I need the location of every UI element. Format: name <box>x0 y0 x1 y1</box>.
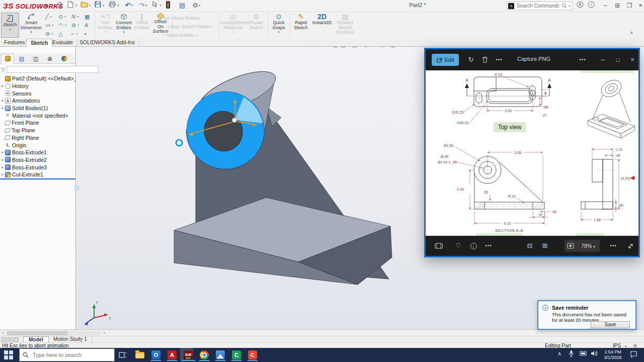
expand-arrow-icon[interactable]: ▸ <box>0 150 5 154</box>
capture-app-icon[interactable]: C <box>247 349 259 361</box>
tree-item-top-plane[interactable]: Top Plane <box>0 127 75 134</box>
photos-app-icon[interactable] <box>214 349 226 361</box>
tree-item-cut-extrude1[interactable]: ▸Cut-Extrude1 <box>0 171 75 178</box>
notification-center-icon[interactable] <box>630 351 637 357</box>
tree-item-boss-extrude2[interactable]: ▸Boss-Extrude2 <box>0 156 75 164</box>
camtasia-icon[interactable]: C <box>230 349 243 361</box>
overflow-toolbar-icon[interactable]: ••• <box>608 240 619 251</box>
sketch-point-marker[interactable] <box>176 140 182 146</box>
solidworks-taskbar-icon[interactable]: SW2025 <box>182 349 194 361</box>
rollback-bar[interactable] <box>0 178 75 179</box>
new-dropdown-icon[interactable]: ▾ <box>75 4 77 8</box>
acrobat-icon[interactable]: A <box>166 349 178 361</box>
help-icon[interactable]: ? <box>588 1 599 11</box>
task-pane-icon[interactable]: ▤ <box>177 1 187 10</box>
tree-item-boss-extrude3[interactable]: ▸Boss-Extrude3 <box>0 163 75 171</box>
convert-entities-button[interactable]: Convert Entities▾ <box>115 13 133 34</box>
photos-close-button[interactable]: × <box>626 54 638 66</box>
tab-display-manager-icon[interactable] <box>57 54 70 64</box>
tab-feature-tree-icon[interactable] <box>1 54 14 64</box>
tree-item-material[interactable]: ≡Material <not specified> <box>0 112 75 119</box>
scroll-right-icon[interactable]: › <box>101 330 107 336</box>
tree-item-front-plane[interactable]: Front Plane <box>0 119 75 127</box>
options-dropdown-icon[interactable]: ▾ <box>199 4 201 8</box>
microphone-icon[interactable] <box>569 350 574 357</box>
tab-evaluate[interactable]: Evaluate <box>48 39 77 47</box>
point-tool[interactable]: ▪ <box>83 30 96 39</box>
start-button[interactable] <box>4 350 13 359</box>
menu-expand-arrow[interactable]: ▶ <box>45 4 48 8</box>
print-dropdown-icon[interactable]: ▾ <box>117 4 119 8</box>
fillet-tool[interactable]: ⌐ ▾ <box>69 30 83 39</box>
collapse-ribbon-icon[interactable]: ∧ <box>630 30 633 35</box>
photos-image-content[interactable]: .geo{fill:none;stroke:#3f3f3f;stroke-wid… <box>426 70 638 236</box>
smart-dimension-button[interactable]: Smart Dimension ▾ <box>20 13 42 34</box>
tree-item-right-plane[interactable]: Right Plane <box>0 134 75 142</box>
close-button[interactable]: × <box>635 1 644 11</box>
select-dropdown-icon[interactable]: ▾ <box>159 4 162 8</box>
save-dropdown-icon[interactable]: ▾ <box>103 4 105 8</box>
sketch-origin-point[interactable] <box>232 118 237 123</box>
undo-dropdown-icon[interactable]: ▾ <box>131 4 133 8</box>
offset-entities-button[interactable]: ∥ Offset Entities <box>134 13 150 30</box>
file-info-icon[interactable]: i <box>468 240 479 251</box>
taskbar-search-input[interactable] <box>32 351 111 358</box>
redo-dropdown-icon[interactable]: ▾ <box>145 4 147 8</box>
tab-property-manager-icon[interactable]: ▤ <box>15 54 28 64</box>
scrollbar-thumb[interactable] <box>7 331 67 335</box>
panel-splitter-handle[interactable] <box>74 186 79 191</box>
display-delete-relations-button[interactable]: ◎ Display/Delete Relations▾ <box>220 13 246 34</box>
see-more-icon[interactable]: ••• <box>577 54 589 66</box>
rotate-image-icon[interactable]: ↻ <box>465 54 477 66</box>
command-search[interactable]: s ▾ <box>506 2 573 10</box>
network-icon[interactable] <box>580 351 587 356</box>
tree-item-solid-bodies[interactable]: ▸Solid Bodies(1) <box>0 105 75 112</box>
tree-filter[interactable]: ▽ <box>1 65 74 73</box>
search-dropdown-icon[interactable]: ▾ <box>569 4 571 8</box>
more-toolbar-icon[interactable]: ••• <box>483 240 494 251</box>
tray-chevron-icon[interactable]: ∧ <box>557 350 561 357</box>
expand-arrow-icon[interactable]: ▸ <box>0 106 5 110</box>
linear-sketch-pattern-button[interactable]: ∷Linear Sketch Pattern ▾ <box>163 23 215 31</box>
arc-tool[interactable]: ◠ ▾ <box>56 22 69 30</box>
tab-solidworks-add-ins[interactable]: SOLIDWORKS Add-Ins <box>75 39 139 47</box>
quick-snaps-button[interactable]: ⊙ Quick Snaps▾ <box>270 13 288 34</box>
zoom-level-control[interactable]: 78% ▾ <box>577 240 600 252</box>
mirror-entities-button[interactable]: ⊲⊳Mirror Entities <box>163 15 215 22</box>
tab-configuration-manager-icon[interactable]: ▥ <box>29 54 42 64</box>
smart-dimension-dropdown-icon[interactable]: ▾ <box>20 30 42 34</box>
expand-arrow-icon[interactable]: ▸ <box>0 165 5 169</box>
sketch-dropdown-icon[interactable]: ▾ <box>2 28 19 31</box>
expand-arrow-icon[interactable]: ▸ <box>0 158 5 162</box>
speaker-icon[interactable] <box>591 350 598 356</box>
tree-root-part[interactable]: Part2 (Default) <<Default>_Displa <box>0 75 75 82</box>
slot-tool[interactable]: ⊖ ▾ <box>43 30 56 39</box>
search-input[interactable] <box>516 3 560 9</box>
tree-item-annotations[interactable]: ▸AAnnotations <box>0 97 75 105</box>
trim-entities-button[interactable]: ✂? Trim Entities▾ <box>97 13 114 34</box>
rectangle-tool[interactable]: ▭ ▾ <box>43 22 56 30</box>
ellipse-tool[interactable]: ⊘ ▾ <box>69 22 83 30</box>
tree-item-boss-extrude1[interactable]: ▸Boss-Extrude1 <box>0 149 75 156</box>
user-account-icon[interactable] <box>577 1 588 11</box>
scroll-left-icon[interactable]: ‹ <box>0 330 6 336</box>
open-dropdown-icon[interactable]: ▾ <box>89 4 91 8</box>
spline-tool[interactable]: N ▾ <box>69 13 83 22</box>
taskbar-clock[interactable]: 1:54 PM 3/1/2026 <box>600 349 626 360</box>
traffic-light-icon[interactable] <box>166 1 176 10</box>
task-view-icon[interactable] <box>117 349 129 361</box>
favorite-heart-icon[interactable]: ♡ <box>453 240 464 251</box>
cascade-button[interactable]: ❐ <box>624 1 635 11</box>
expand-arrow-icon[interactable]: ▸ <box>0 99 5 103</box>
minimize-button[interactable]: – <box>600 1 611 11</box>
repair-sketch-button[interactable]: ⚙ Repair Sketch <box>247 13 266 30</box>
tree-item-sensors[interactable]: Sensors <box>0 89 75 97</box>
home-icon[interactable] <box>56 1 66 10</box>
edit-image-button[interactable]: Edit <box>432 54 459 66</box>
sketch-tool-button[interactable]: Sketch ▾ <box>1 13 19 38</box>
tab-dimxpert-manager-icon[interactable]: ⊕ <box>43 54 56 64</box>
expand-arrow-icon[interactable]: ▸ <box>0 84 5 88</box>
zoom-dropdown-icon[interactable]: ▾ <box>593 245 595 248</box>
move-entities-button[interactable]: +Move Entities ▾ <box>163 32 215 39</box>
tab-features[interactable]: Features <box>0 39 29 47</box>
